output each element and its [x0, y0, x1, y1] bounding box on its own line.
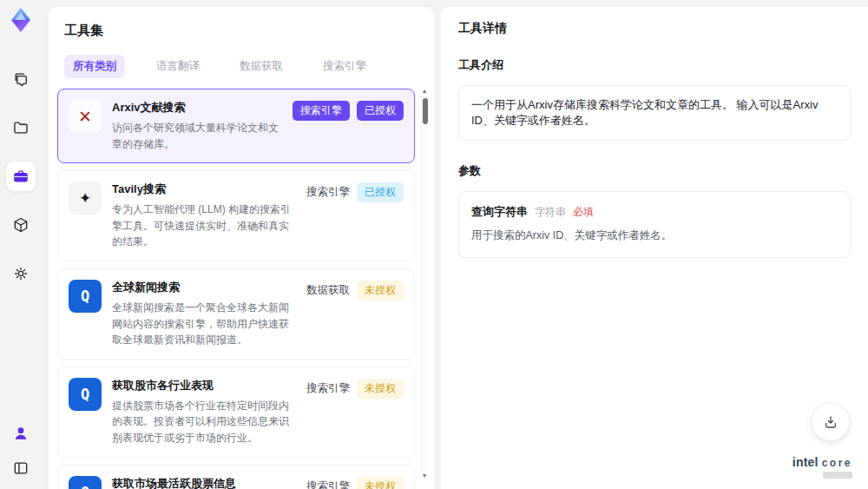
sidebar: [0, 0, 42, 489]
tab-all-categories[interactable]: 所有类别: [64, 55, 125, 78]
params-heading: 参数: [458, 163, 851, 179]
tool-status-badge: 未授权: [357, 281, 404, 301]
tab-language-translation[interactable]: 语言翻译: [148, 55, 208, 78]
news-logo-icon: Q: [69, 280, 102, 313]
cube-icon: [12, 216, 30, 234]
scrollbar-thumb[interactable]: [423, 98, 428, 124]
tool-detail-panel: 工具详情 工具介绍 一个用于从Arxiv存储库搜索科学论文和文章的工具。 输入可…: [441, 7, 868, 489]
detail-title: 工具详情: [458, 21, 851, 36]
list-scrollbar[interactable]: ▲ ▼: [420, 87, 429, 480]
chat-icon: [12, 70, 30, 88]
category-tabs: 所有类别 语言翻译 数据获取 搜索引擎: [49, 39, 434, 87]
tool-card-arxiv[interactable]: ✕ Arxiv文献搜索 访问各个研究领域大量科学论文和文章的存储库。 搜索引擎 …: [57, 89, 415, 163]
param-type: 字符串: [535, 205, 566, 220]
scroll-down-icon[interactable]: ▼: [422, 472, 428, 480]
tool-description: 访问各个研究领域大量科学论文和文章的存储库。: [112, 120, 284, 152]
intro-heading: 工具介绍: [458, 57, 851, 73]
arxiv-icon: ✕: [69, 100, 102, 133]
tool-description: 全球新闻搜索是一个聚合全球各大新闻网站内容的搜索引擎，帮助用户快速获取全球最新资…: [112, 300, 298, 348]
scroll-up-icon[interactable]: ▲: [422, 87, 428, 96]
tools-panel: 工具集 所有类别 语言翻译 数据获取 搜索引擎 ✕ Arxiv文献搜索 访问各个…: [49, 7, 434, 489]
core-wordmark: core: [822, 457, 852, 469]
folder-icon: [12, 119, 30, 136]
content-area: 工具集 所有类别 语言翻译 数据获取 搜索引擎 ✕ Arxiv文献搜索 访问各个…: [42, 0, 868, 489]
tool-title: 全球新闻搜索: [112, 280, 298, 295]
app-logo-icon: [8, 7, 34, 33]
tool-category: 搜索引擎: [306, 479, 350, 489]
sidebar-item-files[interactable]: [6, 113, 36, 142]
tool-status-badge: 已授权: [357, 182, 404, 202]
tool-description: 专为人工智能代理 (LLM) 构建的搜索引擎工具。可快速提供实时、准确和真实的结…: [112, 202, 298, 250]
sidebar-item-profile[interactable]: [12, 425, 30, 446]
sidebar-item-chat[interactable]: [6, 64, 36, 94]
tool-title: Arxiv文献搜索: [112, 100, 284, 116]
sidebar-item-packages[interactable]: [6, 210, 36, 240]
tool-status-badge: 未授权: [357, 379, 404, 399]
tool-list: ✕ Arxiv文献搜索 访问各个研究领域大量科学论文和文章的存储库。 搜索引擎 …: [49, 87, 434, 489]
param-description: 用于搜索的Arxiv ID、关键字或作者姓名。: [471, 228, 838, 243]
tool-title: Tavily搜索: [112, 182, 298, 197]
sidebar-item-settings[interactable]: [6, 259, 36, 288]
tool-category: 搜索引擎: [306, 381, 350, 396]
scrollbar-track[interactable]: [421, 96, 428, 472]
tool-category-badge: 搜索引擎: [293, 101, 350, 121]
intel-core-logo: intel core: [792, 455, 852, 479]
tool-description: 提供股票市场各个行业在特定时间段内的表现。投资者可以利用这些信息来识别表现优于或…: [112, 398, 298, 446]
tab-search-engine[interactable]: 搜索引擎: [314, 55, 375, 78]
tool-title: 获取市场最活跃股票信息: [112, 476, 298, 489]
panel-toggle-icon: [12, 459, 30, 477]
finance-logo-icon: Q: [69, 476, 102, 489]
tool-status-badge: 未授权: [357, 477, 404, 489]
page-title: 工具集: [49, 21, 434, 39]
briefcase-icon: [12, 168, 30, 185]
tool-card-tavily[interactable]: ✦ Tavily搜索 专为人工智能代理 (LLM) 构建的搜索引擎工具。可快速提…: [57, 170, 415, 261]
intel-wordmark: intel: [792, 455, 819, 469]
download-icon: [823, 414, 838, 430]
tool-category: 搜索引擎: [306, 185, 350, 200]
tool-category: 数据获取: [306, 283, 350, 298]
tool-card-sector-performance[interactable]: Q 获取股市各行业表现 提供股票市场各个行业在特定时间段内的表现。投资者可以利用…: [57, 367, 415, 458]
download-button[interactable]: [812, 404, 849, 440]
param-name: 查询字符串: [471, 204, 528, 220]
tool-card-most-active-stocks[interactable]: Q 获取市场最活跃股票信息 提供当天交易量最高的股票列表。投资者可以利用这些信息…: [57, 465, 415, 489]
intel-sub-badge: [823, 472, 852, 479]
user-icon: [12, 425, 30, 442]
tavily-icon: ✦: [69, 182, 102, 215]
tool-status-badge: 已授权: [357, 101, 404, 121]
sidebar-item-collapse[interactable]: [12, 459, 30, 480]
sidebar-item-tools[interactable]: [6, 162, 36, 191]
gear-icon: [12, 265, 30, 282]
finance-logo-icon: Q: [69, 378, 102, 411]
tab-data-fetch[interactable]: 数据获取: [231, 55, 292, 78]
param-required-flag: 必填: [573, 205, 594, 220]
parameter-card: 查询字符串 字符串 必填 用于搜索的Arxiv ID、关键字或作者姓名。: [458, 191, 851, 258]
app-window: 工具集 所有类别 语言翻译 数据获取 搜索引擎 ✕ Arxiv文献搜索 访问各个…: [0, 0, 868, 489]
intro-text: 一个用于从Arxiv存储库搜索科学论文和文章的工具。 输入可以是Arxiv ID…: [458, 85, 851, 141]
tool-card-global-news[interactable]: Q 全球新闻搜索 全球新闻搜索是一个聚合全球各大新闻网站内容的搜索引擎，帮助用户…: [57, 268, 415, 360]
tool-title: 获取股市各行业表现: [112, 378, 298, 393]
